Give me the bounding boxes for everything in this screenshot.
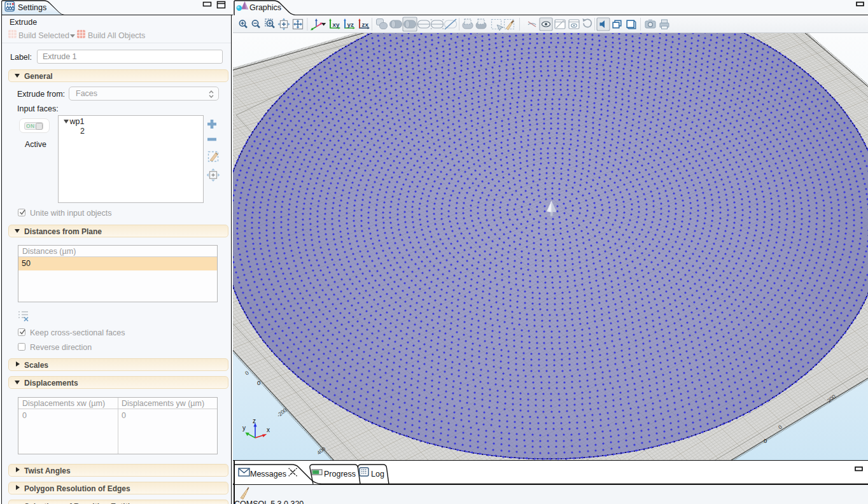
svg-text:zx: zx (362, 21, 369, 28)
svg-text:z: z (253, 417, 256, 424)
svg-text:xy: xy (333, 21, 340, 28)
svg-text:Settings: Settings (18, 3, 46, 12)
svg-text:Graphics: Graphics (249, 3, 281, 12)
svg-text:Messages: Messages (250, 470, 286, 479)
svg-text:y: y (242, 424, 246, 431)
svg-text:0: 0 (764, 437, 767, 444)
svg-text:x: x (267, 426, 270, 433)
svg-text:Log: Log (371, 470, 384, 479)
svg-text:yz: yz (347, 21, 354, 28)
svg-text:0: 0 (257, 379, 260, 386)
svg-text:Progress: Progress (324, 470, 356, 479)
